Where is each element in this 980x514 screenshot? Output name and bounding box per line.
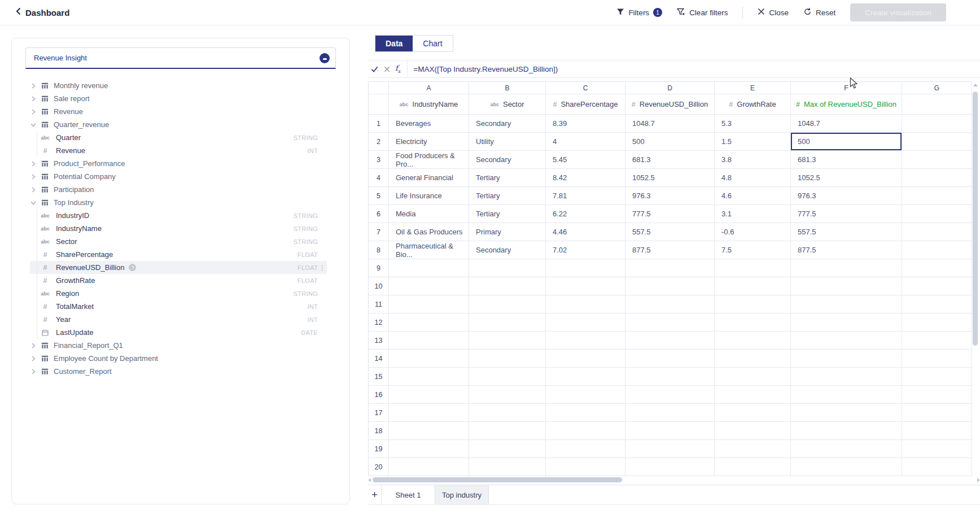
horizontal-scrollbar[interactable]: [368, 477, 980, 483]
cell-C8[interactable]: 7.02: [546, 241, 625, 259]
cell-B16[interactable]: [469, 386, 546, 404]
vertical-scrollbar[interactable]: [972, 82, 979, 474]
cell-C6[interactable]: 6.22: [546, 205, 625, 223]
cell-C16[interactable]: [546, 386, 625, 404]
cell-B10[interactable]: [469, 277, 546, 295]
cell-E14[interactable]: [715, 350, 791, 368]
cell-D11[interactable]: [625, 295, 715, 313]
cell-G14[interactable]: [902, 350, 972, 368]
cell-B20[interactable]: [469, 458, 546, 476]
create-visualization-button[interactable]: Create visualization: [850, 3, 946, 21]
cell-E2[interactable]: 1.5: [715, 133, 791, 151]
cell-B9[interactable]: [469, 259, 546, 277]
cell-B11[interactable]: [469, 295, 546, 313]
cell-G16[interactable]: [902, 386, 972, 404]
cell-F16[interactable]: [791, 386, 902, 404]
scroll-up-icon[interactable]: [973, 84, 978, 86]
cell-F8[interactable]: 877.5: [791, 241, 902, 259]
row-number[interactable]: 10: [369, 277, 389, 295]
tree-table-item[interactable]: Customer_Report: [12, 365, 327, 378]
field-header-E[interactable]: #GrowthRate: [715, 94, 791, 115]
cell-A18[interactable]: [389, 422, 469, 440]
cell-E5[interactable]: 4.6: [715, 187, 791, 205]
cell-G10[interactable]: [902, 277, 972, 295]
cell-G4[interactable]: [902, 169, 972, 187]
field-header-B[interactable]: abcSector: [469, 94, 546, 115]
cell-B15[interactable]: [469, 368, 546, 386]
cell-G13[interactable]: [902, 332, 972, 350]
sheet-tab-sheet-1[interactable]: Sheet 1: [382, 485, 435, 504]
cell-D8[interactable]: 877.5: [625, 241, 715, 259]
row-number[interactable]: 8: [369, 241, 389, 259]
cell-B13[interactable]: [469, 332, 546, 350]
tree-field-item[interactable]: #TotalMarketINT: [30, 300, 327, 313]
column-letter-D[interactable]: D: [625, 82, 715, 94]
clear-filters-button[interactable]: Clear filters: [677, 8, 728, 18]
row-number[interactable]: 20: [369, 458, 389, 476]
field-header-F[interactable]: #Max of RevenueUSD_Billion: [791, 94, 902, 115]
cell-C13[interactable]: [546, 332, 625, 350]
cell-C9[interactable]: [546, 259, 625, 277]
cell-A10[interactable]: [389, 277, 469, 295]
cell-C18[interactable]: [546, 422, 625, 440]
cell-C17[interactable]: [546, 404, 625, 422]
cell-D10[interactable]: [625, 277, 715, 295]
cell-A6[interactable]: Media: [389, 205, 469, 223]
cell-A7[interactable]: Oil & Gas Producers: [389, 223, 469, 241]
chevron-right-icon[interactable]: [30, 109, 36, 115]
cell-G2[interactable]: [902, 133, 972, 151]
cell-D9[interactable]: [625, 259, 715, 277]
cell-C3[interactable]: 5.45: [546, 151, 625, 169]
row-number[interactable]: 5: [369, 187, 389, 205]
cell-D17[interactable]: [625, 404, 715, 422]
row-number[interactable]: 16: [369, 386, 389, 404]
cell-C5[interactable]: 7.81: [546, 187, 625, 205]
cell-A2[interactable]: Electricity: [389, 133, 469, 151]
tree-field-item[interactable]: abcIndustryIDSTRING: [30, 209, 327, 222]
cell-E19[interactable]: [715, 440, 791, 458]
cell-E1[interactable]: 5.3: [715, 115, 791, 133]
cell-C1[interactable]: 8.39: [546, 115, 625, 133]
add-sheet-button[interactable]: +: [368, 485, 382, 504]
cancel-icon[interactable]: [380, 66, 393, 73]
cell-E17[interactable]: [715, 404, 791, 422]
row-number[interactable]: 4: [369, 169, 389, 187]
cell-D15[interactable]: [625, 368, 715, 386]
chevron-right-icon[interactable]: [30, 369, 36, 374]
cell-F13[interactable]: [791, 332, 902, 350]
tree-table-item[interactable]: Quarter_revenue: [12, 118, 327, 131]
cell-A16[interactable]: [389, 386, 469, 404]
row-number[interactable]: 7: [369, 223, 389, 241]
chevron-right-icon[interactable]: [30, 83, 36, 89]
cell-F10[interactable]: [791, 277, 902, 295]
cell-D14[interactable]: [625, 350, 715, 368]
cell-G1[interactable]: [902, 115, 972, 133]
cell-C4[interactable]: 8.42: [546, 169, 625, 187]
cell-A13[interactable]: [389, 332, 469, 350]
cell-E18[interactable]: [715, 422, 791, 440]
tree-table-item[interactable]: Monthly revenue: [12, 79, 327, 92]
cell-A12[interactable]: [389, 313, 469, 332]
column-letter-G[interactable]: G: [902, 82, 972, 94]
cell-E10[interactable]: [715, 277, 791, 295]
close-button[interactable]: Close: [758, 8, 789, 17]
row-number[interactable]: 1: [369, 115, 389, 133]
row-number[interactable]: 13: [369, 332, 389, 350]
cell-B5[interactable]: Tertiary: [469, 187, 546, 205]
chevron-right-icon[interactable]: [30, 187, 36, 193]
function-icon[interactable]: fx: [393, 64, 404, 74]
cell-G18[interactable]: [902, 422, 972, 440]
cell-D3[interactable]: 681.3: [625, 151, 715, 169]
cell-F15[interactable]: [791, 368, 902, 386]
tree-field-item[interactable]: abcRegionSTRING: [30, 287, 327, 300]
kebab-menu-icon[interactable]: ⋮: [319, 264, 326, 272]
tree-table-item[interactable]: Top Industry: [12, 196, 327, 209]
tab-chart[interactable]: Chart: [413, 36, 452, 51]
cell-E20[interactable]: [715, 458, 791, 476]
scroll-left-icon[interactable]: [368, 478, 371, 482]
cell-D18[interactable]: [625, 422, 715, 440]
cell-G17[interactable]: [902, 404, 972, 422]
cell-A3[interactable]: Food Producers & Pro...: [389, 151, 469, 169]
cell-F2[interactable]: 500: [791, 133, 902, 151]
tree-field-item[interactable]: #RevenueINT: [30, 144, 327, 157]
